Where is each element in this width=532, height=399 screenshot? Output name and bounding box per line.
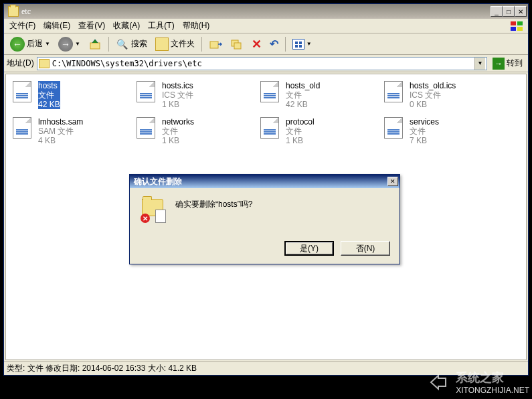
file-name: services [410,117,439,127]
file-info: protocol文件1 KB [286,117,315,145]
file-name: hosts_old [286,81,320,90]
file-item[interactable]: services文件7 KB [381,114,505,151]
minimize-button[interactable]: _ [491,6,503,17]
address-input[interactable]: C:\WINDOWS\system32\drivers\etc ▼ [37,57,487,70]
file-item[interactable]: networks文件1 KB [134,114,258,151]
copy-to-button[interactable] [227,35,247,53]
folders-label: 文件夹 [171,38,195,50]
menu-edit[interactable]: 编辑(E) [39,19,74,33]
chevron-down-icon: ▼ [306,41,312,47]
menu-tools[interactable]: 工具(T) [144,19,178,33]
file-icon [260,81,282,102]
file-item[interactable]: hosts_old.icsICS 文件0 KB [381,78,505,114]
file-grid: hosts文件42 KBhosts.icsICS 文件1 KBhosts_old… [6,74,526,155]
menu-favorites[interactable]: 收藏(A) [109,19,144,33]
folder-icon [8,6,19,17]
windows-logo-icon [509,20,525,32]
views-button[interactable]: ▼ [289,37,315,52]
dialog-close-button[interactable]: ✕ [387,177,398,186]
file-type: 文件 [38,90,60,100]
file-name: lmhosts.sam [38,117,83,127]
file-type: ICS 文件 [410,90,456,100]
status-text: 类型: 文件 修改日期: 2014-06-02 16:33 大小: 41.2 K… [7,363,197,374]
folders-icon [155,37,169,51]
menu-file[interactable]: 文件(F) [5,19,39,33]
file-item[interactable]: hosts文件42 KB [10,78,134,114]
file-name: hosts.ics [162,81,193,90]
file-size: 42 KB [38,100,60,109]
no-button[interactable]: 否(N) [341,241,390,256]
file-info: hosts.icsICS 文件1 KB [162,81,193,109]
svg-rect-0 [511,21,516,25]
back-icon: ← [10,37,25,52]
back-button[interactable]: ← 后退 ▼ [7,35,54,54]
svg-rect-7 [234,43,241,49]
separator [285,37,286,52]
go-arrow-icon: → [493,58,505,70]
file-name: networks [162,117,194,127]
folder-up-icon [88,37,102,51]
move-to-button[interactable] [205,35,226,53]
folder-icon [39,59,50,68]
file-info: hosts_old文件42 KB [286,81,320,109]
search-button[interactable]: 🔍 搜索 [112,35,151,53]
file-icon [13,81,34,102]
folders-button[interactable]: 文件夹 [152,35,198,53]
address-label: 地址(D) [7,58,34,69]
up-button[interactable] [85,35,105,53]
views-icon [292,39,304,50]
file-item[interactable]: protocol文件1 KB [258,114,381,151]
search-label: 搜索 [131,38,147,50]
dialog-body: ✕ 确实要删除“hosts”吗? [130,188,400,231]
chevron-down-icon: ▼ [75,41,80,47]
titlebar[interactable]: etc _ □ ✕ [4,4,528,19]
file-icon [137,81,158,102]
watermark-text-cn: 系统之家 [456,370,529,386]
window-title: etc [21,7,491,17]
forward-icon: → [58,37,73,52]
file-item[interactable]: lmhosts.samSAM 文件4 KB [10,114,134,151]
file-info: lmhosts.samSAM 文件4 KB [38,117,83,145]
file-type: ICS 文件 [162,90,193,100]
file-info: hosts文件42 KB [38,81,60,109]
undo-icon: ↶ [270,37,278,50]
delete-button[interactable]: ✕ [248,35,265,54]
file-info: hosts_old.icsICS 文件0 KB [410,81,456,109]
menu-view[interactable]: 查看(V) [74,19,109,33]
svg-rect-3 [517,27,523,31]
file-name: protocol [286,117,315,127]
svg-rect-2 [511,27,516,31]
file-size: 1 KB [162,100,193,109]
forward-button[interactable]: → ▼ [55,35,84,54]
file-icon [13,117,34,139]
separator [201,37,202,52]
watermark-logo-icon [429,371,452,394]
dialog-title: 确认文件删除 [131,176,182,187]
delete-file-icon: ✕ [141,196,167,223]
delete-icon: ✕ [252,37,262,52]
go-label: 转到 [507,58,523,69]
svg-rect-4 [90,43,100,49]
file-size: 42 KB [286,100,320,109]
file-type: 文件 [286,90,320,100]
go-button[interactable]: → 转到 [490,57,525,70]
file-type: 文件 [410,127,439,136]
file-info: networks文件1 KB [162,117,194,145]
file-size: 7 KB [410,136,439,145]
close-button[interactable]: ✕ [515,6,527,17]
file-icon [260,117,282,139]
menu-help[interactable]: 帮助(H) [179,19,214,33]
file-item[interactable]: hosts.icsICS 文件1 KB [134,78,258,114]
address-dropdown[interactable]: ▼ [474,58,485,70]
dialog-titlebar[interactable]: 确认文件删除 ✕ [130,175,400,188]
separator [108,37,109,52]
file-item[interactable]: hosts_old文件42 KB [258,78,381,114]
yes-button[interactable]: 是(Y) [284,241,334,256]
file-info: services文件7 KB [410,117,439,145]
watermark: 系统之家 XITONGZHIJIA.NET [429,370,529,395]
maximize-button[interactable]: □ [503,6,515,17]
toolbar: ← 后退 ▼ → ▼ 🔍 搜索 文件夹 ✕ [4,33,528,55]
file-icon [384,117,406,139]
undo-button[interactable]: ↶ [266,35,282,52]
file-size: 1 KB [162,136,194,145]
